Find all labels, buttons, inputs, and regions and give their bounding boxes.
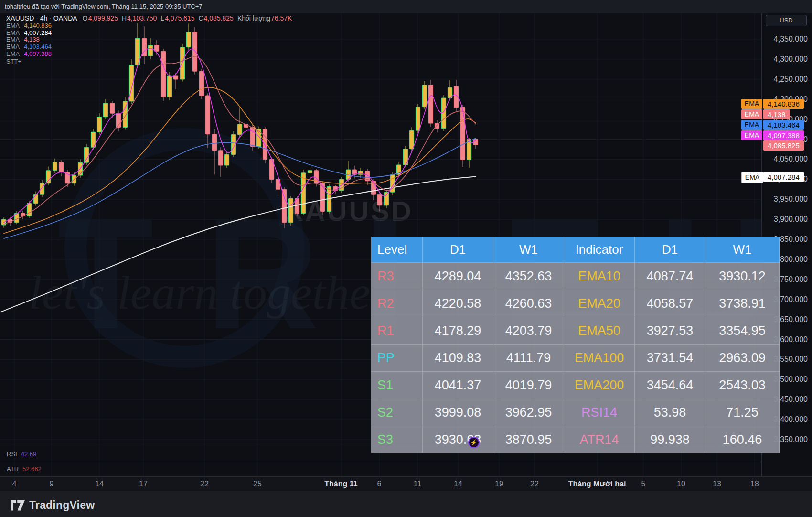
table-cell: EMA100 (564, 345, 635, 372)
ema-legend-label: EMA (6, 43, 20, 50)
indicator-stt[interactable]: STT+ (6, 58, 292, 65)
tradingview-chart-window: tohaitrieu đã tạo với TradingView.com, T… (0, 0, 812, 517)
symbol-line[interactable]: XAUUSD · 4h · OANDA O4,099.925H4,103.750… (6, 14, 292, 22)
chart-legend: XAUUSD · 4h · OANDA O4,099.925H4,103.750… (6, 14, 292, 65)
time-tick-day: 5 (641, 477, 646, 491)
table-cell: 3927.53 (635, 317, 705, 345)
table-cell: 3930.12 (705, 263, 780, 290)
atr-label[interactable]: ATR (7, 465, 19, 473)
table-cell: 4111.79 (493, 345, 564, 372)
table-cell: RSI14 (564, 399, 635, 426)
time-tick-day: 9 (50, 477, 54, 491)
time-tick-day: 17 (139, 477, 148, 491)
ema-legend-label: EMA (6, 36, 20, 43)
lightning-icon[interactable]: ⚡ (468, 437, 480, 448)
ohlc-field-value: 4,103.750 (127, 14, 157, 22)
table-cell: 2543.03 (705, 372, 780, 399)
rsi-label[interactable]: RSI (7, 451, 17, 458)
symbol-name[interactable]: XAUUSD (6, 14, 34, 22)
time-tick-day: 25 (253, 477, 262, 491)
table-row: R24220.584260.63EMA204058.573738.91 (371, 290, 780, 317)
pane-divider[interactable] (0, 462, 761, 462)
ohlc-field-value: 4,085.825 (204, 14, 234, 22)
table-cell: 71.25 (705, 399, 780, 426)
price-axis-label: 4,150.000 (764, 115, 808, 124)
table-cell: 3354.95 (705, 317, 780, 345)
table-cell: 4019.79 (493, 372, 564, 399)
ema-legend-label: EMA (6, 29, 20, 36)
table-cell: 4178.29 (423, 317, 493, 345)
price-axis-label: 4,000.000 (764, 175, 808, 183)
table-cell: 4041.37 (423, 372, 493, 399)
ohlc-field-value: 4,075.615 (165, 14, 194, 22)
table-cell: S2 (371, 399, 423, 426)
time-axis[interactable]: 4914172225Tháng 11611141922Tháng Mười ha… (0, 476, 812, 492)
table-cell: 3999.08 (423, 399, 493, 426)
table-cell: 4352.63 (493, 263, 564, 290)
ema-legend-row[interactable]: EMA4,138 (6, 36, 292, 43)
ema-legend-row[interactable]: EMA4,097.388 (6, 51, 292, 58)
ema-legend-row[interactable]: EMA4,103.464 (6, 43, 292, 51)
price-axis-label: 3,950.000 (764, 195, 808, 204)
table-cell: EMA200 (564, 372, 635, 399)
price-axis-label: 4,300.000 (764, 55, 808, 64)
table-cell: EMA20 (564, 290, 635, 317)
time-tick-month: Tháng Mười hai (568, 477, 626, 491)
ema-legend-row[interactable]: EMA4,140.836 (6, 22, 292, 30)
table-header-cell: D1 (423, 237, 493, 263)
table-cell: 4087.74 (635, 263, 705, 290)
table-header-cell: D1 (635, 237, 705, 263)
table-cell: R3 (371, 263, 423, 290)
titlebar-text: tohaitrieu đã tạo với TradingView.com, T… (5, 3, 203, 10)
table-row: PP4109.834111.79EMA1003731.542963.09 (371, 345, 780, 372)
table-cell: EMA50 (564, 317, 635, 345)
table-row: R14178.294203.79EMA503927.533354.95 (371, 317, 780, 345)
time-tick-day: 13 (713, 477, 721, 491)
table-cell: 3731.54 (635, 345, 705, 372)
time-tick-day: 22 (530, 477, 539, 491)
table-row: R34289.044352.63EMA104087.743930.12 (371, 263, 780, 290)
ema-legend-row[interactable]: EMA4,007.284 (6, 30, 292, 37)
table-cell: 4203.79 (493, 317, 564, 345)
ohlc-field-value: 4,099.925 (88, 14, 118, 22)
price-axis-label: 4,100.000 (764, 135, 808, 144)
table-row: S23999.083962.95RSI1453.9871.25 (371, 399, 780, 426)
ema-legend-value: 4,097.388 (24, 50, 52, 57)
time-tick-day: 11 (414, 477, 422, 491)
table-row: S14041.374019.79EMA2003454.642543.03 (371, 372, 780, 399)
symbol-interval[interactable]: 4h (40, 14, 48, 22)
ema-legend-value: 4,103.464 (24, 43, 52, 50)
atr-pane-legend[interactable]: ATR52.662 (7, 465, 42, 473)
rsi-value: 42.69 (21, 451, 37, 458)
table-cell: 3738.91 (705, 290, 780, 317)
price-axis-label: 4,250.000 (764, 75, 808, 84)
time-tick-month: Tháng 11 (324, 477, 357, 491)
table-header-cell: W1 (705, 237, 780, 263)
time-tick-day: 19 (495, 477, 503, 491)
tradingview-logo-icon (11, 500, 25, 511)
table-cell: 160.46 (705, 426, 780, 453)
ema-legend-value: 4,138 (24, 36, 40, 43)
table-cell: ATR14 (564, 426, 635, 453)
currency-toggle-button[interactable]: USD (766, 15, 807, 26)
table-cell: S1 (371, 372, 423, 399)
symbol-exchange[interactable]: OANDA (53, 14, 77, 22)
ema-legend-label: EMA (6, 50, 20, 57)
table-header-cell: Indicator (564, 237, 635, 263)
table-cell: 53.98 (635, 399, 705, 426)
time-tick-day: 10 (677, 477, 685, 491)
table-cell: PP (371, 345, 423, 372)
pivot-indicator-table[interactable]: LevelD1W1IndicatorD1W1 R34289.044352.63E… (371, 237, 780, 453)
table-cell: 99.938 (635, 426, 705, 453)
table-header-cell: Level (371, 237, 423, 263)
table-cell: 4058.57 (635, 290, 705, 317)
table-cell: 4260.63 (493, 290, 564, 317)
table-cell: 4109.83 (423, 345, 493, 372)
rsi-pane-legend[interactable]: RSI42.69 (7, 451, 36, 458)
ohlc-field-value: 76.57K (271, 14, 292, 22)
tradingview-logo-text: TradingView (29, 499, 95, 512)
table-cell: R2 (371, 290, 423, 317)
ema-legend-label: EMA (6, 22, 20, 29)
price-axis-label: 4,050.000 (764, 155, 808, 163)
tradingview-logo[interactable]: TradingView (11, 499, 95, 512)
